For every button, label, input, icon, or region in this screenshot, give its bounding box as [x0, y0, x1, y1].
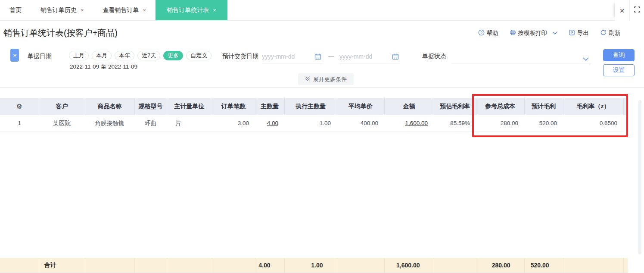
svg-text:?: ?	[480, 30, 482, 35]
title-bar: 销售订单统计表(按客户+商品) ? 帮助 按模板打印	[0, 21, 644, 45]
summary-ref-cost: 280.00	[476, 258, 524, 273]
cell-main-qty: 4.00	[255, 115, 284, 132]
amount-link[interactable]: 1,600.00	[405, 120, 428, 126]
cell-exec-main-qty: 1.00	[284, 115, 337, 132]
window-controls: ×	[615, 0, 644, 21]
statistics-table: ⚙ 客户 商品名称 规格型号 主计量单位 订单笔数 主数量 执行主数量 平均单价…	[0, 98, 644, 132]
col-main-unit: 主计量单位	[167, 98, 212, 115]
table-row[interactable]: 1 某医院 角膜接触镜 环曲 片 3.00 4.00 1.00 400.00 1…	[0, 115, 628, 132]
gear-icon[interactable]: ⚙	[16, 103, 22, 110]
doc-date-range-text: 2022-11-09 至 2022-11-09	[70, 63, 137, 71]
delivery-date-end-field	[339, 50, 400, 63]
refresh-button[interactable]: 刷新	[600, 29, 620, 37]
export-icon	[569, 29, 575, 37]
print-label: 按模板打印	[518, 29, 548, 37]
doc-status-select[interactable]	[451, 50, 591, 63]
fullscreen-button[interactable]	[629, 0, 644, 21]
cell-ref-total-cost: 280.00	[476, 115, 524, 132]
calendar-icon[interactable]	[392, 53, 399, 62]
cell-order-count: 3.00	[212, 115, 255, 132]
doc-status-label: 单据状态	[422, 53, 446, 60]
calendar-icon[interactable]	[314, 53, 321, 62]
col-amount: 金额	[384, 98, 434, 115]
summary-main-qty: 4.00	[255, 258, 284, 273]
summary-amount: 1,600.00	[384, 258, 434, 273]
chevron-down-icon[interactable]	[552, 31, 557, 35]
expand-more-label: 展开更多条件	[313, 75, 347, 83]
help-button[interactable]: ? 帮助	[478, 29, 498, 37]
tab-close-icon[interactable]: ×	[213, 7, 216, 13]
filter-panel: » 单据日期 上月 本月 本年 近7天 更多 自定义 2022-11-09 至 …	[0, 45, 644, 88]
table-header-row: ⚙ 客户 商品名称 规格型号 主计量单位 订单笔数 主数量 执行主数量 平均单价…	[0, 98, 628, 115]
help-icon: ?	[478, 29, 485, 37]
preset-custom[interactable]: 自定义	[186, 51, 212, 60]
preset-last-month[interactable]: 上月	[69, 51, 89, 60]
col-ref-total-cost: 参考总成本	[476, 98, 524, 115]
preset-last-7-days[interactable]: 近7天	[137, 51, 160, 60]
vertical-scrollbar[interactable]	[638, 100, 641, 254]
preset-this-year[interactable]: 本年	[115, 51, 134, 60]
fullscreen-icon	[634, 6, 640, 14]
cell-customer: 某医院	[39, 115, 85, 132]
cell-spec-model: 环曲	[134, 115, 167, 132]
tab-view-sales-order[interactable]: 查看销售订单 ×	[93, 0, 156, 20]
collapse-filter-button[interactable]: »	[10, 49, 19, 62]
column-settings-header: ⚙	[0, 98, 39, 115]
col-exec-main-qty: 执行主数量	[284, 98, 337, 115]
main-qty-link[interactable]: 4.00	[267, 120, 278, 126]
cell-est-gross-margin: 85.59%	[434, 115, 476, 132]
page-title: 销售订单统计表(按客户+商品)	[3, 27, 118, 39]
summary-gutter-cell	[0, 258, 39, 273]
tab-close-icon[interactable]: ×	[81, 7, 84, 13]
close-button[interactable]: ×	[615, 0, 629, 21]
delivery-date-start-field	[262, 50, 322, 63]
col-order-count: 订单笔数	[212, 98, 255, 115]
help-label: 帮助	[487, 29, 498, 37]
tab-close-icon[interactable]: ×	[143, 7, 146, 13]
tab-home[interactable]: 首页	[0, 0, 31, 20]
tab-bar: 首页 销售订单历史 × 查看销售订单 × 销售订单统计表 × ×	[0, 0, 644, 21]
settings-button[interactable]: 设置	[603, 64, 635, 76]
col-main-qty: 主数量	[255, 98, 284, 115]
col-product-name: 商品名称	[85, 98, 134, 115]
print-by-template-button[interactable]: 按模板打印	[510, 29, 558, 37]
summary-label: 合计	[39, 258, 85, 273]
col-customer: 客户	[39, 98, 85, 115]
col-avg-unit-price: 平均单价	[337, 98, 384, 115]
cell-est-gross-profit: 520.00	[524, 115, 563, 132]
expand-more-conditions[interactable]: 展开更多条件	[298, 73, 354, 85]
cell-product-name: 角膜接触镜	[85, 115, 134, 132]
row-gutter	[623, 115, 628, 132]
refresh-icon	[600, 29, 607, 37]
doc-date-label: 单据日期	[28, 53, 52, 60]
cell-avg-unit-price: 400.00	[337, 115, 384, 132]
delivery-date-end-input[interactable]	[339, 50, 386, 63]
col-gross-margin-rate: 毛利率（z）	[563, 98, 623, 115]
summary-row: 合计 4.00 1.00 1,600.00 280.00 520.00	[0, 258, 628, 273]
double-chevron-down-icon	[305, 76, 310, 82]
tab-label: 首页	[9, 6, 22, 14]
refresh-label: 刷新	[609, 29, 620, 37]
col-est-gross-profit: 预计毛利	[524, 98, 563, 115]
cell-main-unit: 片	[167, 115, 212, 132]
tab-sales-order-statistics[interactable]: 销售订单统计表 ×	[156, 0, 227, 20]
delivery-date-label: 预计交货日期	[222, 53, 258, 60]
summary-exec-qty: 1.00	[284, 258, 337, 273]
summary-est-profit: 520.00	[524, 258, 563, 273]
close-icon: ×	[619, 6, 624, 15]
date-preset-group: 上月 本月 本年 近7天 更多 自定义	[69, 51, 212, 60]
preset-more[interactable]: 更多	[163, 51, 183, 60]
tab-label: 销售订单历史	[40, 6, 77, 14]
chevron-down-icon	[583, 55, 589, 63]
toolbar: ? 帮助 按模板打印 导出	[478, 29, 621, 37]
export-button[interactable]: 导出	[569, 29, 589, 37]
col-est-gross-margin: 预估毛利率	[434, 98, 476, 115]
delivery-date-start-input[interactable]	[262, 50, 308, 63]
query-button[interactable]: 查询	[603, 49, 635, 61]
col-spec-model: 规格型号	[134, 98, 167, 115]
tab-label: 销售订单统计表	[167, 6, 209, 14]
cell-amount: 1,600.00	[384, 115, 434, 132]
preset-this-month[interactable]: 本月	[92, 51, 112, 60]
cell-gross-margin-rate: 0.6500	[563, 115, 623, 132]
tab-sales-order-history[interactable]: 销售订单历史 ×	[31, 0, 93, 20]
